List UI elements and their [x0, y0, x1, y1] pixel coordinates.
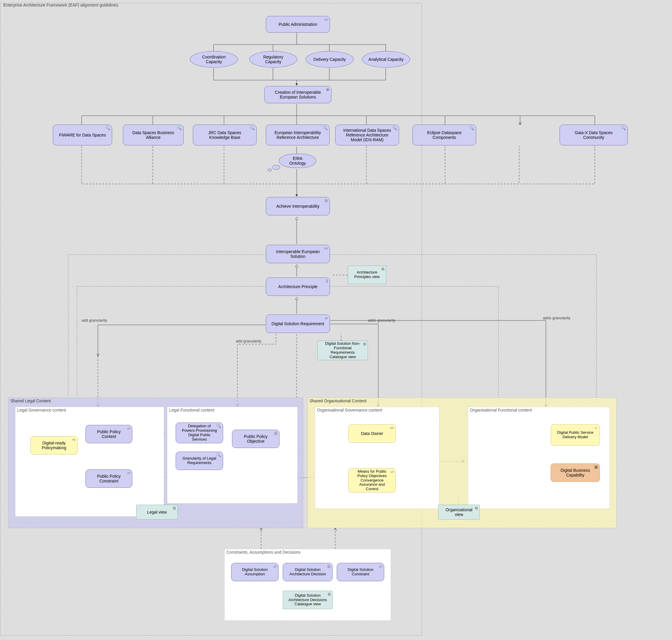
public-policy-context[interactable]: ▱ Public Policy Context [85, 425, 132, 443]
search-icon: 🔍 [250, 126, 254, 131]
public-policy-objective[interactable]: ◎ Public Policy Objective [232, 430, 279, 448]
ies-label: Interoperable European Solution [272, 249, 324, 259]
edge-label-add-granularity-2: add granularity [236, 339, 261, 343]
creation-ies-label: Creation of Interoperable European Solut… [270, 90, 326, 99]
legal-governance-panel: Legal Governance content ➪ Digital-ready… [15, 407, 164, 517]
regulatory-capacity[interactable]: Regulatory Capacity [249, 51, 297, 68]
delegation-label: Delegation of Powers Provisioning Digita… [181, 424, 218, 442]
diagram-canvas: Enterprise Architecture Framework (EAF) … [0, 0, 672, 640]
eaf-group-label: Enterprise Architecture Framework (EAF) … [3, 3, 118, 8]
data-owner[interactable]: ▭ Data Owner [348, 424, 396, 443]
digital-solution-architecture-decision[interactable]: ◎ Digital Solution Architecture Decision [283, 563, 333, 581]
doc-icon: ▱ [379, 564, 382, 569]
organisational-view[interactable]: ⧉ Organisational view [438, 505, 480, 520]
coordination-capacity-label: Coordination Capacity [195, 55, 232, 64]
digital-ready-policymaking[interactable]: ➪ Digital-ready Policymaking [30, 436, 78, 454]
data-owner-label: Data Owner [354, 431, 390, 436]
eira-ontology-label: EIRA Ontology [284, 156, 311, 165]
legal-view-label: Legal view [142, 510, 172, 514]
ids-ram-label: International Data Spaces Reference Arch… [341, 128, 393, 142]
ies[interactable]: ▭ Interoperable European Solution [266, 245, 330, 263]
policy-objective-label: Public Policy Objective [238, 434, 274, 443]
cloud-blob-icon [268, 169, 272, 172]
goal-icon: ◎ [325, 199, 328, 203]
regulatory-capacity-label: Regulatory Capacity [255, 55, 292, 64]
achieve-interop-label: Achieve Interoperability [272, 204, 324, 208]
ids-ram[interactable]: 🔍 International Data Spaces Reference Ar… [335, 125, 399, 145]
fiware[interactable]: 🔍 FIWARE for Data Spaces [53, 125, 112, 145]
role-icon: ▭ [390, 426, 394, 430]
digital-solution-requirement[interactable]: ▱ Digital Solution Requirement [266, 315, 330, 333]
shared-org-title: Shared Organisational Content [309, 398, 366, 403]
eclipse-dataspace[interactable]: 🔍 Eclipse Dataspace Components [412, 125, 476, 145]
org-governance-panel: Organisational Governance content ▭ Data… [315, 407, 439, 509]
search-icon: 🔍 [105, 126, 110, 131]
doc-icon: ▱ [127, 471, 130, 475]
architecture-principles-view[interactable]: ⧉ Architecture Principles view [348, 265, 386, 284]
coordination-capacity[interactable]: Coordination Capacity [190, 51, 238, 68]
granularity-label: Granularity of Legal Requirements [181, 456, 218, 465]
digital-solution-constraint[interactable]: ▱ Digital Solution Constraint [337, 563, 384, 581]
goal-icon: ◎ [274, 431, 277, 436]
architecture-principles-view-label: Architecture Principles view [353, 270, 381, 279]
granularity-legal-req[interactable]: 🔍 Granularity of Legal Requirements [176, 452, 223, 470]
component-icon: ▭ [324, 17, 328, 22]
decisions-view-label: Digital Solution Architecture Decisions … [288, 593, 327, 607]
view-icon: ⧉ [328, 592, 331, 597]
org-governance-title: Organisational Governance content [317, 408, 382, 412]
edge-label-adds-granularity-2: adds granularity [543, 316, 571, 320]
means-label: Means for Public Policy Objectives Conve… [354, 469, 390, 492]
legal-functional-panel: Legal Functional content 🔍 Delegation of… [167, 407, 297, 504]
decisions-panel: Constraints, Assumptions and Decisions ▱… [224, 549, 391, 621]
architecture-principle[interactable]: ▯ Architecture Principle [266, 277, 330, 296]
public-policy-constraint[interactable]: ▱ Public Policy Constraint [85, 469, 132, 488]
delivery-capacity[interactable]: Delivery Capacity [306, 51, 354, 68]
delivery-model[interactable]: ↔ Digital Public Service Delivery Model [551, 424, 600, 446]
eira-ontology[interactable]: EIRA Ontology [279, 154, 316, 168]
fiware-label: FIWARE for Data Spaces [58, 133, 106, 137]
requirement-icon: ▱ [325, 316, 328, 320]
dsba[interactable]: 🔍 Data Spaces Business Alliance [123, 125, 184, 145]
jrc-label: JRC Data Spaces Knowledge Base [199, 130, 251, 140]
eira-ref-arch[interactable]: 🔍 European Interoperability Reference Ar… [266, 125, 330, 145]
view-icon: ⧉ [363, 342, 366, 347]
achieve-interop[interactable]: ◎ Achieve Interoperability [266, 197, 330, 215]
digital-solution-assumption[interactable]: ▱ Digital Solution Assumption [231, 563, 279, 581]
doc-icon: ▱ [274, 564, 277, 569]
search-icon: 🔍 [621, 126, 626, 131]
jrc[interactable]: 🔍 JRC Data Spaces Knowledge Base [193, 125, 257, 145]
view-icon: ⧉ [382, 267, 384, 272]
shared-legal-content: Shared Legal Content Legal Governance co… [8, 397, 303, 528]
decision-label: Digital Solution Architecture Decision [288, 568, 327, 577]
capability-label: Digital Business Capability [556, 468, 594, 477]
gaiax-community[interactable]: 🔍 Gaia-X Data Spaces Community [559, 125, 628, 145]
architecture-principle-label: Architecture Principle [272, 284, 324, 289]
goal-icon: ◎ [327, 564, 331, 569]
analytical-capacity[interactable]: Analytical Capacity [362, 51, 410, 68]
policy-context-label: Public Policy Context [91, 429, 127, 439]
creation-ies[interactable]: ⊕ Creation of Interoperable European Sol… [264, 86, 332, 103]
interaction-icon: ↔ [594, 426, 598, 430]
legal-governance-title: Legal Governance content [17, 408, 66, 412]
organisational-view-label: Organisational view [444, 507, 474, 517]
delivery-capacity-label: Delivery Capacity [311, 57, 348, 62]
search-icon: 🔍 [216, 424, 221, 428]
nav-icon: ⊕ [326, 88, 329, 92]
org-functional-title: Organisational Functional content [470, 408, 532, 412]
legal-view[interactable]: ⧉ Legal view [136, 505, 178, 520]
delegation-of-powers[interactable]: 🔍 Delegation of Powers Provisioning Digi… [176, 422, 223, 443]
search-icon: 🔍 [177, 126, 181, 131]
decisions-catalogue-view[interactable]: ⧉ Digital Solution Architecture Decision… [283, 591, 333, 609]
decisions-title: Constraints, Assumptions and Decisions [227, 550, 301, 555]
eira-ref-arch-label: European Interoperability Reference Arch… [272, 130, 324, 140]
gaiax-community-label: Gaia-X Data Spaces Community [565, 130, 622, 140]
search-icon: 🔍 [323, 126, 327, 131]
nfr-catalogue-view[interactable]: ⧉ Digital Solution Non-Functional Requir… [318, 340, 368, 360]
policy-constraint-label: Public Policy Constraint [91, 474, 127, 483]
digital-business-capability[interactable]: ▦ Digital Business Capability [551, 464, 600, 482]
public-administration[interactable]: ▭ Public Administration [266, 16, 330, 33]
view-icon: ⧉ [173, 506, 176, 511]
policymaking-label: Digital-ready Policymaking [36, 441, 72, 450]
means-convergence[interactable]: ▱ Means for Public Policy Objectives Con… [348, 468, 396, 493]
analytical-capacity-label: Analytical Capacity [368, 57, 404, 62]
